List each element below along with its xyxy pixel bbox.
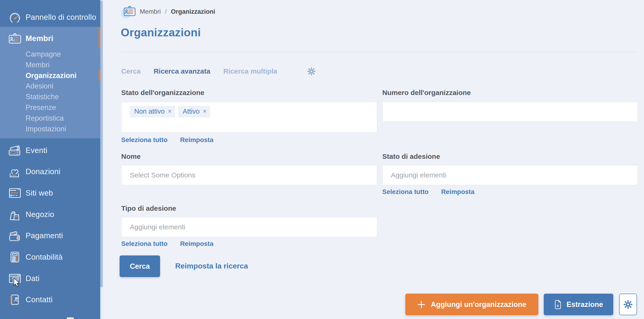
gear-icon [623, 300, 633, 309]
sidebar: Pannello di controllo Membri Campagn [0, 0, 103, 319]
tab-ricerca-multipla[interactable]: Ricerca multipla [223, 67, 277, 75]
tag-label: Attivo [183, 108, 200, 115]
sidebar-item-accounting[interactable]: Contabilità [8, 246, 100, 268]
sidebar-item-hidden-partial[interactable] [8, 310, 100, 319]
sidebar-item-label: Siti web [26, 189, 53, 197]
calculator-icon [8, 250, 22, 264]
add-organization-button[interactable]: Aggiungi un'organizzazione [405, 294, 538, 315]
page-title: Organizzazioni [121, 26, 201, 39]
sidebar-item-label: Membri [26, 34, 53, 43]
svg-text:x: x [557, 303, 559, 307]
tab-ricerca-avanzata[interactable]: Ricerca avanzata [154, 67, 210, 75]
search-button[interactable]: Cerca [120, 255, 160, 277]
sidebar-item-members[interactable]: Membri [8, 28, 100, 49]
nome-label: Nome [121, 153, 140, 160]
sidebar-item-label: Dati [26, 274, 40, 283]
breadcrumb: Membri / Organizzazioni [121, 5, 215, 19]
membership-type-links: Seleziona tutto Reimposta [121, 240, 213, 247]
org-status-label: Stato dell'organizzazione [121, 89, 204, 97]
org-number-label: Numero dell'organizzaione [382, 89, 471, 97]
sidebar-item-shop[interactable]: Negozio [8, 204, 100, 225]
file-excel-icon: x [554, 300, 562, 309]
membership-type-label: Tipo di adesione [121, 204, 176, 212]
active-subitem-indicator [99, 70, 100, 81]
membership-status-input[interactable] [382, 165, 638, 185]
extract-button[interactable]: x Estrazione [544, 294, 613, 315]
svg-text:www: www [10, 191, 18, 194]
app-root: Pannello di controllo Membri Campagn [0, 0, 644, 319]
membership-type-input[interactable] [121, 217, 377, 237]
sidebar-item-data[interactable]: Dati [8, 268, 100, 289]
members-submenu: Campagne Membri Organizzazioni Adesioni … [26, 49, 76, 134]
reset-link[interactable]: Reimposta [180, 240, 213, 247]
reset-link[interactable]: Reimposta [180, 136, 213, 144]
sidebar-item-contacts[interactable]: Contatti [8, 289, 100, 310]
tab-cerca[interactable]: Cerca [121, 67, 140, 75]
wallet-icon [8, 229, 22, 242]
org-status-tag-input[interactable]: Non attivo × Attivo × [121, 102, 377, 133]
submenu-item-reportistica[interactable]: Reportistica [26, 113, 76, 124]
extract-label: Estrazione [566, 300, 603, 309]
shopping-bag-icon [8, 208, 22, 221]
tag-label: Non attivo [134, 108, 165, 115]
sidebar-item-events[interactable]: Eventi [8, 140, 100, 161]
board-icon [8, 314, 22, 319]
donation-box-icon [8, 165, 22, 178]
reset-search-link[interactable]: Reimposta la ricerca [175, 262, 248, 270]
breadcrumb-separator: / [165, 8, 167, 15]
select-all-link[interactable]: Seleziona tutto [382, 188, 428, 196]
sidebar-item-label: Pannello di controllo [26, 13, 96, 22]
sidebar-item-websites[interactable]: www Siti web [8, 182, 100, 204]
breadcrumb-section[interactable]: Membri [140, 8, 161, 15]
membership-status-links: Seleziona tutto Reimposta [382, 188, 474, 196]
breadcrumb-current: Organizzazioni [171, 8, 216, 15]
tag-remove-icon[interactable]: × [203, 108, 206, 115]
select-all-link[interactable]: Seleziona tutto [121, 240, 168, 247]
sidebar-item-label: Contabilità [26, 253, 62, 261]
sidebar-item-label: Eventi [26, 146, 48, 155]
org-number-input[interactable] [382, 102, 638, 122]
tag-remove-icon[interactable]: × [168, 108, 172, 115]
website-icon: www [8, 186, 22, 200]
sidebar-item-label: Negozio [26, 210, 54, 219]
breadcrumb-icon-wrap [121, 5, 136, 19]
hidden-item-label-peek [67, 317, 74, 319]
id-card-icon [8, 32, 22, 45]
submenu-item-organizzazioni[interactable]: Organizzazioni [26, 70, 76, 81]
submenu-item-campagne[interactable]: Campagne [26, 49, 76, 60]
sidebar-scrollbar-thumb[interactable] [100, 1, 103, 287]
data-window-icon [8, 272, 22, 285]
sidebar-item-label: Contatti [26, 295, 52, 304]
org-status-links: Seleziona tutto Reimposta [121, 136, 213, 144]
search-tabs: Cerca Ricerca avanzata Ricerca multipla [121, 66, 316, 77]
gauge-icon [8, 11, 22, 24]
select-all-link[interactable]: Seleziona tutto [121, 136, 168, 144]
tabs-settings-gear-icon[interactable] [307, 67, 316, 76]
id-card-icon [123, 5, 136, 17]
submenu-item-adesioni[interactable]: Adesioni [26, 81, 76, 92]
membership-status-label: Stato di adesione [382, 153, 440, 160]
reset-link[interactable]: Reimposta [441, 188, 474, 196]
sidebar-item-payments[interactable]: Pagamenti [8, 225, 100, 246]
settings-gear-button[interactable] [619, 294, 637, 315]
sidebar-item-dashboard[interactable]: Pannello di controllo [8, 7, 100, 28]
address-book-icon [8, 293, 22, 306]
submenu-item-impostazioni[interactable]: Impostazioni [26, 124, 76, 134]
tag-attivo: Attivo × [178, 106, 210, 117]
title-divider [121, 52, 637, 52]
submenu-item-membri[interactable]: Membri [26, 60, 76, 70]
submenu-item-presenze[interactable]: Presenze [26, 102, 76, 113]
add-organization-label: Aggiungi un'organizzazione [431, 300, 526, 309]
sidebar-item-label: Pagamenti [26, 231, 63, 240]
submenu-item-statistiche[interactable]: Statistiche [26, 92, 76, 102]
nome-select-input[interactable] [121, 165, 377, 185]
sidebar-item-label: Donazioni [26, 167, 60, 176]
ticket-icon [8, 144, 22, 157]
plus-icon [418, 300, 425, 308]
tag-non-attivo: Non attivo × [130, 106, 175, 117]
sidebar-item-donations[interactable]: Donazioni [8, 161, 100, 182]
